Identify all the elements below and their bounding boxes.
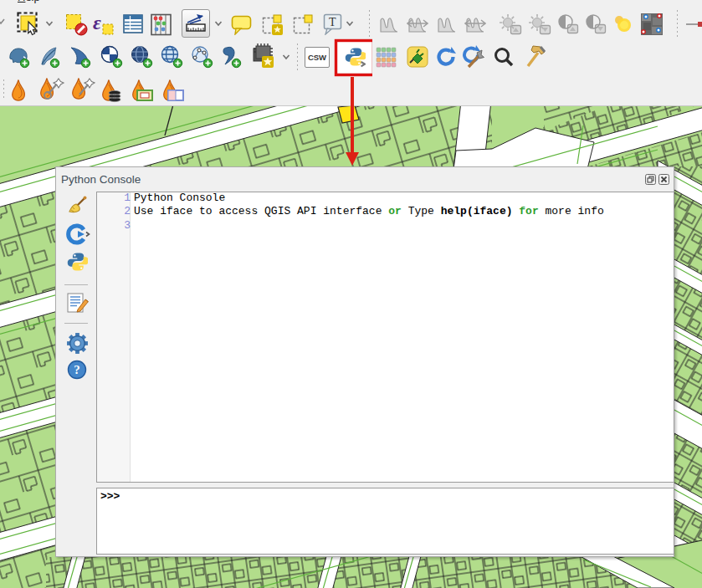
svg-text:ε: ε xyxy=(93,13,101,33)
svg-text:?: ? xyxy=(74,363,80,376)
svg-text:T: T xyxy=(329,16,336,28)
